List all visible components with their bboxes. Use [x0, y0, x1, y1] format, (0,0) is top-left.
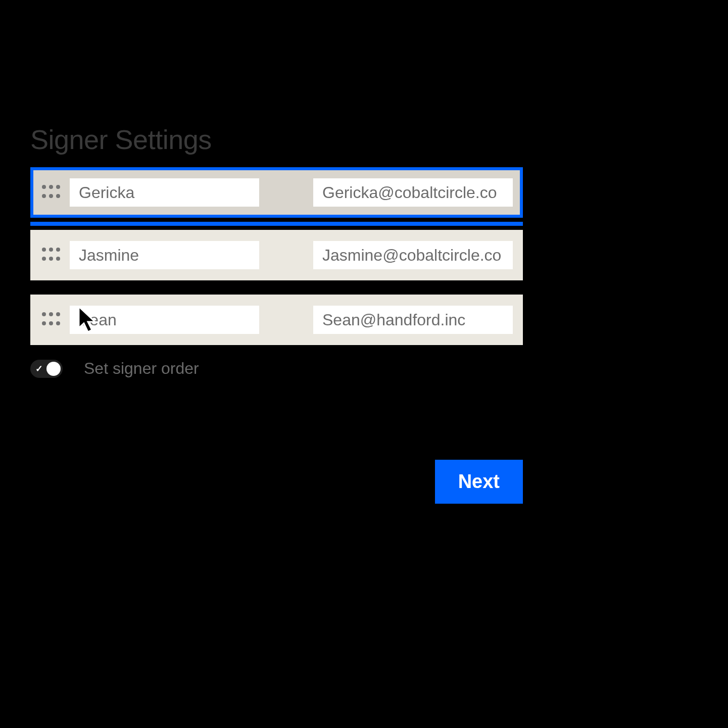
- drop-indicator: [30, 222, 523, 226]
- checkmark-icon: ✓: [35, 363, 43, 374]
- signer-name-input[interactable]: [70, 306, 259, 334]
- drag-handle-icon[interactable]: [40, 310, 61, 330]
- signer-settings-panel: Signer Settings: [30, 124, 523, 378]
- signer-email-input[interactable]: [313, 178, 513, 207]
- page-title: Signer Settings: [30, 124, 523, 155]
- signer-name-input[interactable]: [70, 241, 259, 269]
- signer-email-input[interactable]: [313, 306, 513, 334]
- set-signer-order-toggle[interactable]: ✓: [30, 360, 63, 378]
- signer-email-input[interactable]: [313, 241, 513, 269]
- signer-row[interactable]: [30, 230, 523, 280]
- toggle-label: Set signer order: [84, 359, 199, 378]
- drag-handle-icon[interactable]: [40, 245, 61, 265]
- toggle-knob: [46, 362, 61, 376]
- signer-row[interactable]: [30, 295, 523, 345]
- signer-name-input[interactable]: [70, 178, 259, 207]
- next-button[interactable]: Next: [435, 460, 523, 504]
- signer-order-toggle-row: ✓ Set signer order: [30, 359, 523, 378]
- signer-list: [30, 167, 523, 345]
- signer-row[interactable]: [30, 167, 523, 218]
- drag-handle-icon[interactable]: [40, 182, 61, 203]
